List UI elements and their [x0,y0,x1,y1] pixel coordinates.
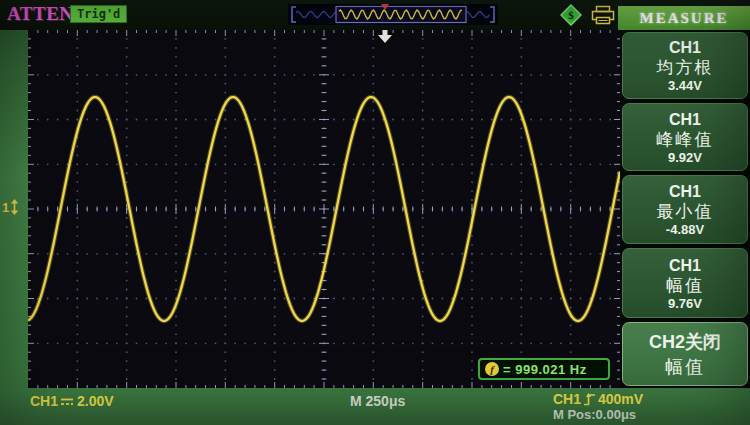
measure-item-4[interactable]: CH1 幅值 9.76V [622,248,748,318]
trigger-level: 400mV [598,391,643,407]
measure-item-5-channel: CH2关闭 [649,329,721,355]
ch1-scale-channel: CH1 [30,393,58,409]
measure-item-5[interactable]: CH2关闭 幅值 [622,322,748,386]
measure-item-3-channel: CH1 [669,182,701,201]
printer-icon [590,5,616,29]
measure-item-5-label: 幅值 [665,355,705,379]
brand-logo: ATTEN [7,3,74,25]
measure-item-1-label: 均方根 [657,57,714,78]
trigger-status-badge: Trig'd [70,5,127,23]
measure-item-2-value: 9.92V [668,150,702,165]
frequency-counter: f = 999.021 Hz [478,358,610,380]
svg-text:$: $ [568,9,574,21]
frequency-counter-icon: f [485,362,499,376]
trigger-readout: CH1 400mV [553,391,643,407]
preview-svg [288,4,498,25]
dc-coupling-icon [61,396,74,407]
horizontal-preview-bar [288,4,498,25]
timebase-readout: M 250μs [350,393,405,409]
measure-item-4-channel: CH1 [669,256,701,275]
measure-item-2-channel: CH1 [669,110,701,129]
oscilloscope-screen: ATTEN Trig'd $ MEASURE 1 [0,0,750,425]
horizontal-position-readout: M Pos:0.00μs [553,407,636,422]
ch1-position-marker[interactable]: 1 [2,199,19,215]
waveform-display: f = 999.021 Hz [28,30,620,388]
measure-item-4-label: 幅值 [666,275,704,296]
measure-item-1-channel: CH1 [669,38,701,57]
bottom-status-bar: CH1 2.00V M 250μs CH1 400mV M Pos:0.00μs [0,388,750,425]
measure-item-4-value: 9.76V [668,296,702,311]
measure-item-3[interactable]: CH1 最小值 -4.88V [622,175,748,244]
menu-title: MEASURE [639,10,728,27]
measure-item-2[interactable]: CH1 峰峰值 9.92V [622,103,748,171]
frequency-counter-value: = 999.021 Hz [503,362,587,377]
top-status-bar: ATTEN Trig'd $ MEASURE [0,0,750,30]
plot-svg [28,30,620,388]
ch1-scale-value: 2.00V [77,393,114,409]
measure-item-1[interactable]: CH1 均方根 3.44V [622,32,748,99]
trigger-source: CH1 [553,391,581,407]
ch1-position-marker-label: 1 [2,200,9,215]
measure-item-1-value: 3.44V [668,78,702,93]
ch1-scale-readout: CH1 2.00V [30,393,114,409]
updown-arrows-icon [10,199,19,215]
menu-title-bar[interactable]: MEASURE [618,6,750,30]
measure-item-2-label: 峰峰值 [657,129,714,150]
usb-disk-icon: $ [560,4,582,30]
measure-item-3-label: 最小值 [657,201,714,222]
measure-item-3-value: -4.88V [666,222,704,237]
rising-edge-icon [583,392,596,407]
measure-menu: CH1 均方根 3.44V CH1 峰峰值 9.92V CH1 最小值 -4.8… [620,30,750,388]
